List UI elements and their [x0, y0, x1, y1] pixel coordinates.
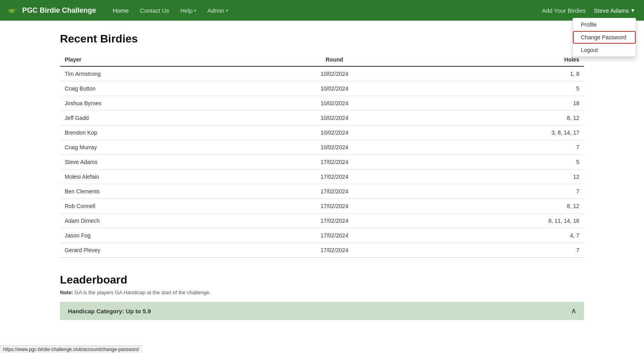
cell-round: 10/02/2024 [256, 125, 413, 140]
cell-holes: 4, 7 [413, 228, 584, 243]
cell-round: 10/02/2024 [256, 66, 413, 81]
add-birdies-link[interactable]: Add Your Birdies [542, 7, 586, 14]
cell-round: 17/02/2024 [256, 170, 413, 184]
table-row: Craig Murray 10/02/2024 7 [60, 140, 584, 155]
table-row: Jason Fog 17/02/2024 4, 7 [60, 228, 584, 243]
brand-link[interactable]: PGC Birdie Challenge [8, 6, 96, 15]
table-row: Molesi Alefaio 17/02/2024 12 [60, 170, 584, 184]
cell-player: Ben Clements [60, 184, 256, 199]
cell-holes: 7 [413, 140, 584, 155]
birdies-table-body: Tim Armstrong 10/02/2024 1, 8 Craig Butt… [60, 66, 584, 258]
birdies-table: Player Round Holes Tim Armstrong 10/02/2… [60, 53, 584, 258]
birdies-table-header: Player Round Holes [60, 53, 584, 66]
nav-home[interactable]: Home [108, 4, 133, 17]
cell-player: Rob Connell [60, 199, 256, 214]
col-player: Player [60, 53, 256, 66]
table-row: Rob Connell 17/02/2024 8, 12 [60, 199, 584, 214]
table-row: Jeff Gadd 10/02/2024 8, 12 [60, 111, 584, 125]
cell-player: Jason Fog [60, 228, 256, 243]
cell-holes: 8, 12 [413, 111, 584, 125]
cell-player: Tim Armstrong [60, 66, 256, 81]
chevron-up-icon: ∧ [571, 307, 576, 315]
cell-round: 10/02/2024 [256, 96, 413, 111]
header-row: Player Round Holes [60, 53, 584, 66]
svg-rect-1 [9, 11, 15, 12]
cell-player: Joshua Byrnes [60, 96, 256, 111]
cell-round: 17/02/2024 [256, 155, 413, 170]
cell-player: Craig Button [60, 81, 256, 96]
cell-holes: 5 [413, 155, 584, 170]
cell-holes: 3, 8, 14, 17 [413, 125, 584, 140]
cell-round: 17/02/2024 [256, 228, 413, 243]
cell-holes: 8, 12 [413, 199, 584, 214]
brand-icon [8, 6, 19, 14]
table-row: Ben Clements 17/02/2024 7 [60, 184, 584, 199]
main-content: Recent Birdies Player Round Holes Tim Ar… [44, 21, 600, 332]
cell-holes: 1, 8 [413, 66, 584, 81]
cell-player: Gerard Plevey [60, 243, 256, 258]
cell-round: 17/02/2024 [256, 184, 413, 199]
col-round: Round [256, 53, 413, 66]
leaderboard-title: Leaderboard [60, 274, 584, 286]
cell-player: Adam Dimech [60, 214, 256, 228]
navbar: PGC Birdie Challenge Home Contact Us Hel… [0, 0, 644, 21]
cell-player: Brendon Kop [60, 125, 256, 140]
cell-round: 10/02/2024 [256, 81, 413, 96]
cell-player: Molesi Alefaio [60, 170, 256, 184]
leaderboard-note-prefix: Note: [60, 289, 73, 295]
cell-holes: 12 [413, 170, 584, 184]
navbar-right: Add Your Birdies Steve Adams ▾ Profile C… [542, 4, 636, 17]
leaderboard-note-text: GA is the players GA Handicap at the sta… [75, 289, 211, 295]
dropdown-logout[interactable]: Logout [573, 44, 636, 56]
col-holes: Holes [413, 53, 584, 66]
handicap-category-bar[interactable]: Handicap Category: Up to 5.9 ∧ [60, 302, 584, 320]
help-caret-icon: ▾ [194, 8, 196, 13]
cell-holes: 8, 11, 14, 16 [413, 214, 584, 228]
table-row: Brendon Kop 10/02/2024 3, 8, 14, 17 [60, 125, 584, 140]
nav-help-dropdown: Help ▾ [175, 4, 201, 17]
recent-birdies-title: Recent Birdies [60, 33, 584, 45]
cell-round: 10/02/2024 [256, 111, 413, 125]
nav-contact[interactable]: Contact Us [135, 4, 174, 17]
user-dropdown-menu: Profile Change Password Logout [573, 18, 636, 57]
table-row: Tim Armstrong 10/02/2024 1, 8 [60, 66, 584, 81]
table-row: Steve Adams 17/02/2024 5 [60, 155, 584, 170]
user-menu-button[interactable]: Steve Adams ▾ [592, 4, 636, 17]
cell-player: Craig Murray [60, 140, 256, 155]
nav-admin-dropdown: Admin ▾ [202, 4, 233, 17]
cell-round: 17/02/2024 [256, 214, 413, 228]
cell-round: 10/02/2024 [256, 140, 413, 155]
leaderboard-note: Note: GA is the players GA Handicap at t… [60, 289, 584, 295]
nav-admin[interactable]: Admin ▾ [202, 4, 233, 17]
table-row: Craig Button 10/02/2024 5 [60, 81, 584, 96]
cell-holes: 18 [413, 96, 584, 111]
cell-holes: 7 [413, 184, 584, 199]
cell-holes: 5 [413, 81, 584, 96]
admin-caret-icon: ▾ [226, 8, 228, 13]
user-name: Steve Adams [594, 7, 629, 14]
cell-player: Steve Adams [60, 155, 256, 170]
cell-holes: 7 [413, 243, 584, 258]
handicap-category-label: Handicap Category: Up to 5.9 [68, 308, 151, 314]
user-caret-icon: ▾ [631, 7, 634, 14]
main-nav: Home Contact Us Help ▾ Admin ▾ [108, 4, 542, 17]
brand-name: PGC Birdie Challenge [22, 6, 96, 15]
cell-round: 17/02/2024 [256, 199, 413, 214]
cell-player: Jeff Gadd [60, 111, 256, 125]
nav-help[interactable]: Help ▾ [175, 4, 201, 17]
user-dropdown: Steve Adams ▾ Profile Change Password Lo… [592, 4, 636, 17]
table-row: Adam Dimech 17/02/2024 8, 11, 14, 16 [60, 214, 584, 228]
dropdown-profile[interactable]: Profile [573, 18, 636, 31]
cell-round: 17/02/2024 [256, 243, 413, 258]
dropdown-change-password[interactable]: Change Password [573, 31, 636, 44]
table-row: Joshua Byrnes 10/02/2024 18 [60, 96, 584, 111]
table-row: Gerard Plevey 17/02/2024 7 [60, 243, 584, 258]
